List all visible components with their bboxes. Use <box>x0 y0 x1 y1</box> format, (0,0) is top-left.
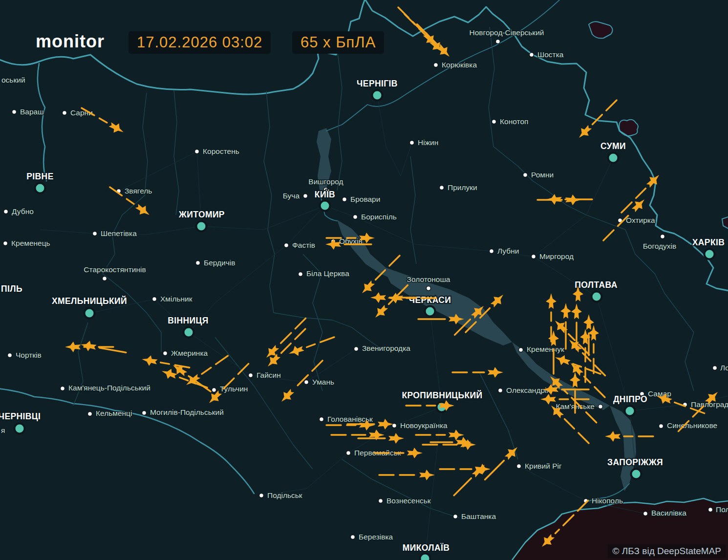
city-dot-minor[interactable] <box>343 197 347 202</box>
city-dot-minor[interactable] <box>351 535 355 539</box>
city-dot-major[interactable] <box>420 554 430 560</box>
city-dot-minor[interactable] <box>434 63 438 67</box>
city-label-minor: Вараш <box>20 108 44 116</box>
drone-glyph <box>407 448 423 458</box>
city-dot-minor[interactable] <box>320 417 324 422</box>
city-label-minor: Кам'янець-Подільський <box>68 384 150 392</box>
city-dot-minor[interactable] <box>532 255 536 259</box>
city-dot-minor[interactable] <box>303 194 308 198</box>
city-dot-minor[interactable] <box>93 232 97 236</box>
shahed-drone-icon[interactable] <box>264 325 309 370</box>
city-label-minor: Ніжин <box>418 138 438 147</box>
city-dot-major[interactable] <box>15 424 25 434</box>
drone-counter-text: 65 х БпЛА <box>300 34 376 51</box>
city-dot-minor[interactable] <box>453 515 458 519</box>
city-dot-minor[interactable] <box>354 347 359 351</box>
city-dot-minor[interactable] <box>12 110 17 114</box>
city-dot-minor[interactable] <box>346 451 351 455</box>
brand-logo: monitor <box>36 31 105 52</box>
shahed-drone-icon[interactable] <box>423 439 476 450</box>
city-dot-major[interactable] <box>320 201 330 211</box>
shahed-drone-icon[interactable] <box>406 400 454 411</box>
city-dot-minor[interactable] <box>713 366 717 370</box>
city-dot-minor[interactable] <box>88 412 92 416</box>
city-dot-major[interactable] <box>85 308 95 319</box>
shahed-drone-icon[interactable] <box>379 470 435 480</box>
shahed-drone-icon[interactable] <box>205 360 252 407</box>
city-dot-minor[interactable] <box>523 173 528 177</box>
city-label-minor: Конотоп <box>500 117 528 126</box>
city-dot-minor[interactable] <box>492 120 496 124</box>
city-dot-minor[interactable] <box>519 348 523 352</box>
city-dot-major[interactable] <box>184 327 194 338</box>
city-dot-major[interactable] <box>625 406 635 416</box>
drone-trail <box>280 318 306 344</box>
shahed-drone-icon[interactable] <box>575 96 621 142</box>
shahed-drone-icon[interactable] <box>416 430 464 440</box>
shahed-drone-icon[interactable] <box>371 281 411 322</box>
city-dot-minor[interactable] <box>259 494 264 498</box>
shahed-drone-icon[interactable] <box>160 366 209 393</box>
city-dot-major[interactable] <box>705 249 715 259</box>
shahed-drone-icon[interactable] <box>183 351 231 389</box>
city-dot-major[interactable] <box>196 221 207 232</box>
city-dot-minor[interactable] <box>304 380 309 385</box>
city-dot-minor[interactable] <box>353 215 358 219</box>
shahed-drone-icon[interactable] <box>546 293 557 342</box>
city-label-major: СУМИ <box>600 141 626 151</box>
city-dot-minor[interactable] <box>490 249 494 254</box>
city-dot-minor[interactable] <box>643 512 648 516</box>
city-dot-minor[interactable] <box>599 405 603 409</box>
drone-glyph <box>388 433 404 444</box>
shahed-drone-icon[interactable] <box>588 325 599 373</box>
city-dot-minor[interactable] <box>196 261 200 265</box>
city-dot-minor[interactable] <box>212 388 216 392</box>
drone-glyph <box>371 303 390 322</box>
city-dot-minor[interactable] <box>708 508 713 512</box>
shahed-drone-icon[interactable] <box>452 367 503 378</box>
city-dot-minor[interactable] <box>299 272 303 277</box>
city-dot-minor[interactable] <box>530 53 534 57</box>
city-dot-minor[interactable] <box>659 424 664 429</box>
city-dot-minor[interactable] <box>61 387 65 391</box>
shahed-drone-icon[interactable] <box>287 332 336 359</box>
drone-monitor-map[interactable]: ЧЕРНІГІВСУМИХАРКІВРІВНЕЖИТОМИРКИЇВХМЕЛЬН… <box>0 0 728 560</box>
city-dot-minor[interactable] <box>103 277 107 281</box>
city-dot-minor[interactable] <box>142 411 147 415</box>
city-dot-major[interactable] <box>372 90 383 101</box>
city-dot-minor[interactable] <box>440 186 444 190</box>
shahed-drone-icon[interactable] <box>80 339 127 358</box>
city-dot-major[interactable] <box>631 469 642 479</box>
city-dot-minor[interactable] <box>3 241 8 246</box>
city-dot-minor[interactable] <box>379 499 383 503</box>
city-dot-minor[interactable] <box>410 141 414 145</box>
shahed-drone-icon[interactable] <box>440 464 491 474</box>
drone-trail <box>621 189 645 213</box>
shahed-drone-icon[interactable] <box>537 194 581 205</box>
city-dot-minor[interactable] <box>498 388 503 393</box>
city-dot-minor[interactable] <box>661 235 665 239</box>
shahed-drone-icon[interactable] <box>450 461 488 499</box>
city-dot-minor[interactable] <box>496 40 500 44</box>
city-dot-minor[interactable] <box>249 373 253 378</box>
shahed-drone-icon[interactable] <box>481 443 521 483</box>
city-dot-minor[interactable] <box>284 243 289 248</box>
city-label-minor: Вознесенськ <box>386 496 431 505</box>
city-dot-minor[interactable] <box>152 297 157 302</box>
city-dot-minor[interactable] <box>427 286 431 291</box>
shahed-drone-icon[interactable] <box>618 171 663 216</box>
map-canvas[interactable]: ЧЕРНІГІВСУМИХАРКІВРІВНЕЖИТОМИРКИЇВХМЕЛЬН… <box>0 0 728 560</box>
city-dot-minor[interactable] <box>4 210 8 214</box>
city-dot-minor[interactable] <box>195 150 199 154</box>
city-dot-major[interactable] <box>425 306 435 317</box>
city-dot-minor[interactable] <box>63 111 67 115</box>
city-dot-minor[interactable] <box>8 353 12 358</box>
city-dot-major[interactable] <box>35 183 45 194</box>
shahed-drone-icon[interactable] <box>413 21 453 61</box>
city-dot-minor[interactable] <box>163 351 168 356</box>
city-dot-minor[interactable] <box>517 464 521 469</box>
city-dot-major[interactable] <box>592 292 602 302</box>
city-label-major: ПОЛТАВА <box>575 280 617 290</box>
city-dot-major[interactable] <box>608 153 619 163</box>
shahed-drone-icon[interactable] <box>262 315 309 362</box>
